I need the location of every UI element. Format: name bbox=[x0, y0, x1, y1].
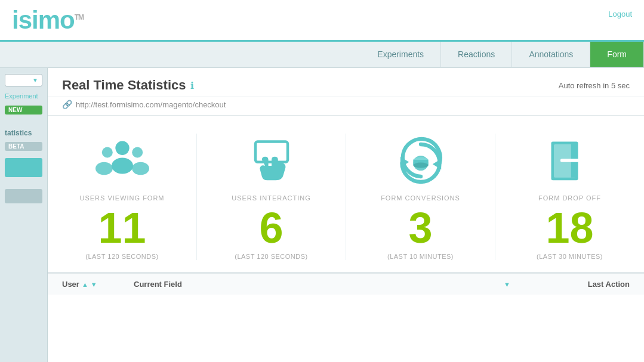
stat-label-form-conversions: FORM CONVERSIONS bbox=[381, 194, 460, 202]
sidebar-nav-item bbox=[5, 189, 42, 203]
svg-rect-6 bbox=[255, 142, 288, 162]
interact-icon bbox=[245, 134, 298, 187]
stat-label-users-interacting: USERS INTERACTING bbox=[232, 194, 311, 202]
chevron-down-icon: ▼ bbox=[32, 77, 38, 83]
col-user[interactable]: User ▲ ▼ bbox=[62, 280, 134, 289]
info-icon[interactable]: ℹ bbox=[190, 80, 194, 91]
users-icon bbox=[95, 134, 149, 187]
stat-sublabel-form-drop: (LAST 30 MINUTES) bbox=[537, 253, 603, 260]
url-text: http://test.formisimo.com/magento/checko… bbox=[76, 100, 226, 109]
nav-item-form[interactable]: Form bbox=[590, 42, 644, 67]
stat-card-form-conversions: FORM CONVERSIONS 3 (LAST 10 MINUTES) bbox=[346, 134, 495, 260]
stat-number-users-interacting: 6 bbox=[259, 206, 283, 249]
stat-sublabel-form-conversions: (LAST 10 MINUTES) bbox=[387, 253, 454, 260]
svg-point-3 bbox=[95, 162, 113, 175]
sidebar-dropdown[interactable]: ▼ bbox=[5, 74, 42, 86]
stat-number-form-conversions: 3 bbox=[408, 206, 432, 249]
stat-number-users-viewing: 11 bbox=[98, 206, 146, 249]
sort-up-icon: ▲ bbox=[82, 281, 88, 288]
main-content: Real Time Statistics ℹ Auto refresh in 5… bbox=[48, 68, 644, 362]
stat-label-form-drop: FORM DROP OFF bbox=[538, 194, 601, 202]
svg-marker-8 bbox=[432, 159, 440, 169]
svg-point-5 bbox=[132, 162, 149, 175]
auto-refresh-text: Auto refresh in 5 sec bbox=[559, 81, 630, 90]
header: isimoTM Logout bbox=[0, 0, 644, 42]
sidebar-beta-badge: BETA bbox=[5, 142, 42, 151]
sort-down-icon: ▼ bbox=[91, 281, 97, 288]
link-icon: 🔗 bbox=[62, 100, 72, 109]
svg-point-1 bbox=[112, 158, 133, 174]
table-header: User ▲ ▼ Current Field ▼ Last Action bbox=[48, 273, 644, 295]
nav-item-reactions[interactable]: Reactions bbox=[441, 42, 512, 67]
stat-label-users-viewing: USERS VIEWING FORM bbox=[79, 194, 164, 202]
sidebar-nav-section bbox=[5, 158, 42, 177]
layout: ▼ Experiment NEW tatistics BETA Real Tim… bbox=[0, 68, 644, 362]
nav-item-experiments[interactable]: Experiments bbox=[360, 42, 441, 67]
svg-point-12 bbox=[413, 163, 428, 168]
col-field: Current Field bbox=[134, 280, 504, 289]
sidebar-experiment-link[interactable]: Experiment bbox=[5, 91, 42, 101]
stats-grid: USERS VIEWING FORM 11 (LAST 120 SECONDS)… bbox=[48, 116, 644, 273]
title-row: Real Time Statistics ℹ bbox=[62, 78, 194, 93]
logout-link[interactable]: Logout bbox=[608, 10, 632, 18]
svg-point-4 bbox=[132, 147, 143, 158]
stat-card-form-drop: FORM DROP OFF 18 (LAST 30 MINUTES) bbox=[495, 134, 644, 260]
logo: isimoTM bbox=[12, 6, 84, 35]
svg-marker-17 bbox=[586, 156, 594, 165]
svg-point-2 bbox=[101, 147, 112, 158]
dropout-icon bbox=[543, 134, 597, 187]
conversion-icon bbox=[394, 134, 448, 187]
stat-number-form-drop: 18 bbox=[546, 206, 593, 249]
col-user-label: User bbox=[62, 280, 79, 289]
nav-item-annotations[interactable]: Annotations bbox=[512, 42, 590, 67]
svg-point-0 bbox=[115, 141, 129, 155]
main-nav: Experiments Reactions Annotations Form bbox=[0, 42, 644, 68]
col-field-sort-icon[interactable]: ▼ bbox=[504, 281, 510, 288]
sidebar: ▼ Experiment NEW tatistics BETA bbox=[0, 68, 48, 362]
url-row: 🔗 http://test.formisimo.com/magento/chec… bbox=[48, 97, 644, 116]
main-header: Real Time Statistics ℹ Auto refresh in 5… bbox=[48, 68, 644, 97]
sidebar-new-badge[interactable]: NEW bbox=[5, 106, 42, 115]
col-action: Last Action bbox=[546, 280, 630, 289]
stat-card-users-viewing: USERS VIEWING FORM 11 (LAST 120 SECONDS) bbox=[48, 134, 197, 260]
page-title: Real Time Statistics bbox=[62, 78, 186, 93]
stat-sublabel-users-interacting: (LAST 120 SECONDS) bbox=[235, 253, 308, 260]
stat-card-users-interacting: USERS INTERACTING 6 (LAST 120 SECONDS) bbox=[197, 134, 346, 260]
stat-sublabel-users-viewing: (LAST 120 SECONDS) bbox=[85, 253, 159, 260]
sidebar-statistics-label[interactable]: tatistics bbox=[5, 129, 42, 137]
